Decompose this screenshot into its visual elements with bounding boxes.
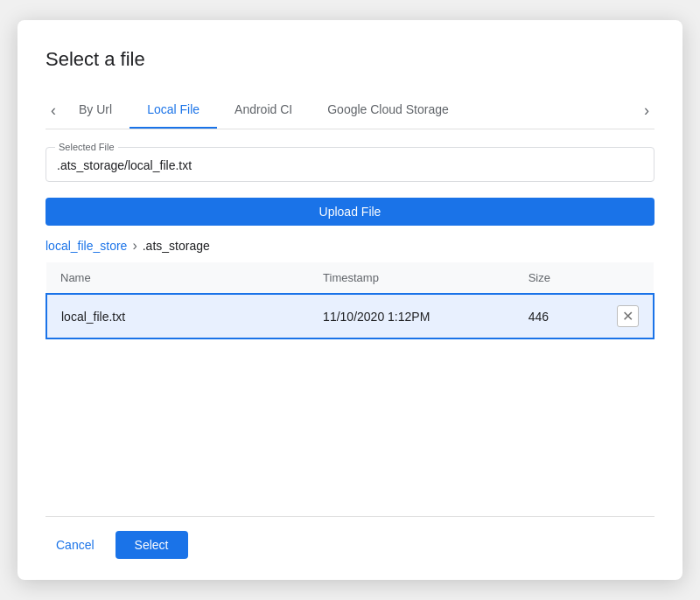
tab-android-ci[interactable]: Android CI	[217, 92, 310, 129]
cell-filename: local_file.txt	[46, 294, 309, 338]
file-table: Name Timestamp Size local_file.txt 11/10…	[46, 262, 654, 339]
tabs-container: ‹ By Url Local File Android CI Google Cl…	[46, 92, 654, 129]
col-header-action	[603, 262, 654, 294]
cancel-button[interactable]: Cancel	[46, 531, 105, 559]
tabs-list: By Url Local File Android CI Google Clou…	[61, 92, 639, 129]
dialog-footer: Cancel Select	[46, 516, 654, 559]
breadcrumb-separator: ›	[132, 238, 136, 254]
tabs-prev-arrow[interactable]: ‹	[46, 95, 61, 125]
selected-file-label: Selected File	[55, 142, 118, 152]
table-header: Name Timestamp Size	[46, 262, 654, 294]
cell-timestamp: 11/10/2020 1:12PM	[309, 294, 514, 338]
select-button[interactable]: Select	[116, 531, 188, 559]
col-header-name: Name	[46, 262, 309, 294]
breadcrumb-current: .ats_storage	[143, 239, 210, 253]
col-header-size: Size	[514, 262, 603, 294]
spacer	[46, 339, 654, 502]
tab-local-file[interactable]: Local File	[130, 92, 217, 129]
dialog-title: Select a file	[46, 48, 654, 71]
upload-file-button[interactable]: Upload File	[46, 198, 654, 226]
breadcrumb-root-link[interactable]: local_file_store	[46, 239, 127, 253]
selected-file-value: .ats_storage/local_file.txt	[57, 158, 643, 172]
delete-icon[interactable]: ✕	[617, 305, 639, 327]
tab-by-url[interactable]: By Url	[61, 92, 130, 129]
select-file-dialog: Select a file ‹ By Url Local File Androi…	[18, 20, 682, 580]
table-body: local_file.txt 11/10/2020 1:12PM 446 ✕	[46, 294, 654, 338]
tabs-next-arrow[interactable]: ›	[639, 95, 654, 125]
cell-delete: ✕	[603, 294, 654, 338]
breadcrumb: local_file_store › .ats_storage	[46, 238, 654, 254]
selected-file-field: Selected File .ats_storage/local_file.tx…	[46, 147, 654, 182]
table-row[interactable]: local_file.txt 11/10/2020 1:12PM 446 ✕	[46, 294, 654, 338]
tab-google-cloud-storage[interactable]: Google Cloud Storage	[310, 92, 466, 129]
cell-size: 446	[514, 294, 603, 338]
col-header-timestamp: Timestamp	[309, 262, 514, 294]
